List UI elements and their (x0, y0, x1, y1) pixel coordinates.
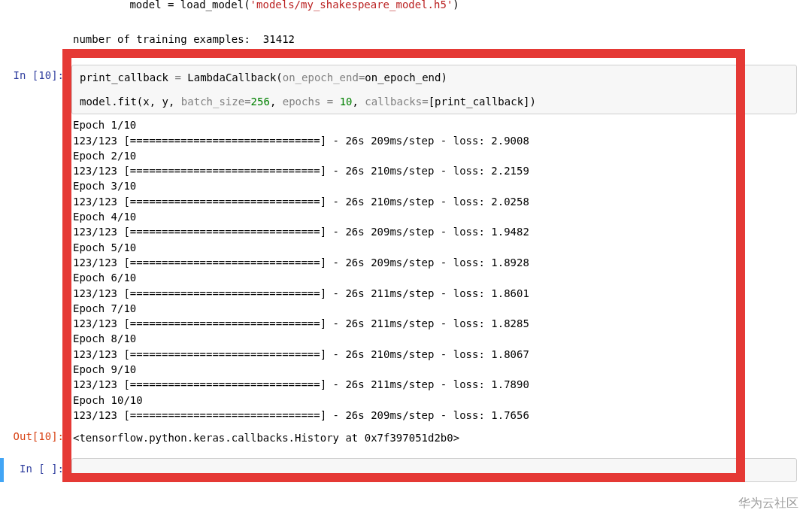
output-prompt: Out[10]: (4, 426, 71, 442)
cell-previous-output: number of training examples: 31412 (71, 29, 797, 48)
input-prompt: In [10]: (4, 65, 71, 81)
return-value: <tensorflow.python.keras.callbacks.Histo… (71, 426, 797, 447)
notebook: model = load_model('models/my_shakespear… (0, 0, 812, 482)
watermark-text: 华为云社区 (738, 496, 798, 511)
cell-next[interactable]: In [ ]: (0, 458, 797, 482)
input-prompt-empty: In [ ]: (4, 458, 71, 475)
cell-previous[interactable]: model = load_model('models/my_shakespear… (71, 0, 797, 26)
code-input-empty[interactable] (71, 458, 797, 482)
prev-output-text: number of training examples: 31412 (71, 29, 797, 48)
cell-main[interactable]: In [10]: print_callback = LambdaCallback… (4, 65, 797, 424)
code-input[interactable]: print_callback = LambdaCallback(on_epoch… (71, 65, 797, 114)
cell-main-return: Out[10]: <tensorflow.python.keras.callba… (4, 426, 797, 447)
prev-code-tail: model = load_model('models/my_shakespear… (71, 0, 797, 23)
training-output: Epoch 1/10 123/123 [====================… (71, 114, 797, 424)
